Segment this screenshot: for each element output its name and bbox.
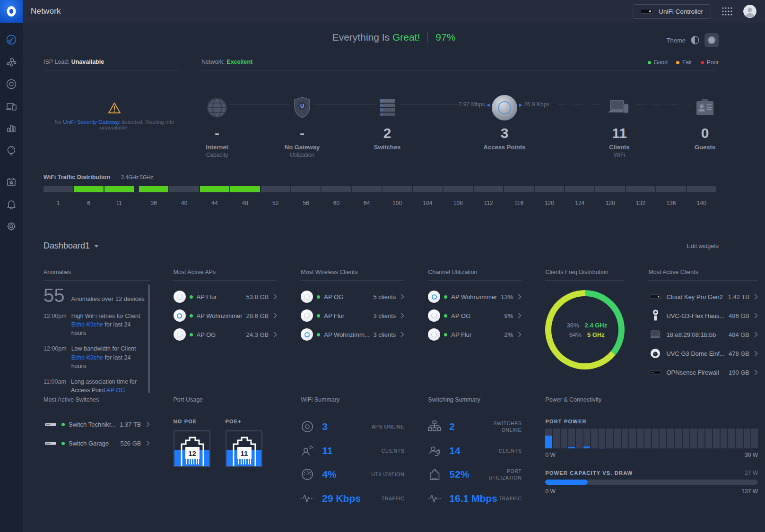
ap-row[interactable]: AP Flur 53.8 GB	[174, 287, 278, 306]
client-row[interactable]: OPNsense Firewall 190 GB	[648, 363, 758, 382]
channel-segment	[535, 186, 564, 192]
controller-button[interactable]: UniFi Controller	[633, 4, 711, 19]
wireless-client-icon	[301, 444, 314, 457]
node-internet[interactable]: - Internet Capacity	[182, 94, 252, 158]
channel-segment	[322, 186, 351, 192]
node-access-points[interactable]: 3 Access Points	[469, 94, 540, 151]
wifi-traffic-title: WiFi Traffic Distribution	[43, 174, 110, 180]
switch-row[interactable]: Switch Technikr... 1.37 TB	[43, 415, 150, 434]
ap-row[interactable]: AP OG 5 clients	[301, 287, 404, 306]
summary-row: 16.1 Mbps TRAFFIC	[428, 487, 522, 511]
theme-dark-toggle[interactable]	[704, 33, 719, 47]
channel-label: 11	[104, 200, 134, 206]
channel-label: 56	[291, 200, 321, 206]
node-guests[interactable]: 0 Guests	[669, 94, 740, 151]
port-power-bar	[705, 429, 712, 448]
client-link[interactable]: Echo Küche	[71, 354, 103, 361]
channel-104: 104	[413, 186, 442, 206]
health-status: Everything Is Great! 97%	[23, 32, 765, 43]
port-power-bar	[606, 429, 613, 448]
online-dot	[190, 333, 193, 336]
port-usage-poe: POE+ 11	[226, 419, 262, 467]
ap-row[interactable]: AP Flur 3 clients	[301, 306, 404, 325]
apps-grid-icon[interactable]	[721, 6, 734, 17]
client-row[interactable]: Cloud Key Pro Gen2 1.42 TB	[648, 287, 758, 306]
switch-row[interactable]: Switch Garage 526 GB	[43, 434, 150, 453]
freq-24-line: 36% 2.4 GHz	[563, 322, 608, 329]
channel-label: 1	[43, 200, 73, 206]
client-row[interactable]: UVC G3 Dome Einf... 478 GB	[648, 344, 758, 363]
client-row[interactable]: UVC-G3-Flex Haus... 486 GB	[648, 306, 758, 325]
sidebar-item-events[interactable]	[0, 171, 23, 193]
unifi-logo[interactable]	[0, 0, 23, 23]
port-power-bar	[660, 429, 666, 448]
switch-icon	[44, 441, 57, 446]
sidebar-item-devices[interactable]	[0, 73, 23, 95]
sidebar-item-alerts[interactable]	[0, 193, 23, 215]
channel-36: 36	[139, 186, 168, 206]
port-power-bar	[744, 429, 750, 448]
theme-light-toggle[interactable]	[690, 35, 700, 45]
node-gateway[interactable]: U - No Gateway Utilization	[267, 94, 338, 158]
sidebar-item-dashboard[interactable]	[0, 28, 23, 51]
summary-row: 14 CLIENTS	[428, 439, 522, 463]
channel-label: 100	[382, 200, 412, 206]
online-dot	[61, 442, 65, 445]
ap-row[interactable]: AP Wohnzimm... 3 clients	[301, 325, 404, 344]
sidebar-item-topology[interactable]	[0, 51, 23, 73]
client-row[interactable]: 18:e8:29:08:1b:bb 484 GB	[648, 325, 758, 344]
wired-client-icon	[428, 444, 441, 457]
port-power-bar	[545, 429, 552, 448]
node-switches[interactable]: 2 Switches	[352, 94, 423, 151]
ap-row[interactable]: AP Wohnzimmer 13%	[428, 287, 522, 306]
node-clients[interactable]: 11 Clients WiFi	[584, 94, 655, 158]
anomalies-scrollbar[interactable]	[148, 284, 150, 393]
channel-segment	[504, 186, 533, 192]
ethernet-port-small-icon	[428, 468, 441, 481]
sidebar-item-clients[interactable]	[0, 95, 23, 117]
freq-distribution-title: Clients Freq Distribution	[545, 269, 625, 281]
dashboard-selector[interactable]: Dashboard1	[43, 241, 99, 251]
network-status-label: Network:	[201, 59, 225, 65]
channel-segment	[261, 186, 290, 192]
channel-112: 112	[474, 186, 503, 206]
channel-label: 132	[626, 200, 655, 206]
port-power-bar	[561, 429, 567, 448]
ap-row[interactable]: AP Wohnzimmer 28.6 GB	[174, 306, 278, 325]
camera-flex-icon	[652, 309, 659, 322]
sidebar-item-statistics[interactable]	[0, 117, 23, 139]
chevron-right-icon	[273, 332, 277, 337]
health-status-prefix: Everything Is	[332, 32, 390, 43]
edit-widgets-button[interactable]: Edit widgets	[687, 243, 719, 249]
ap-link[interactable]: AP OG	[106, 387, 125, 394]
ap-row[interactable]: AP OG 9%	[428, 306, 522, 325]
channel-11: 11	[104, 186, 134, 206]
widget-channel-utilization: Channel Utilization AP Wohnzimmer 13% AP…	[428, 269, 522, 385]
ap-row[interactable]: AP OG 24.3 GB	[174, 325, 278, 344]
internet-label: Internet	[182, 144, 252, 151]
port-usage-no-poe: NO POE 12	[174, 419, 210, 467]
ap-row[interactable]: AP Flur 2%	[428, 325, 522, 344]
svg-text:U: U	[300, 103, 304, 109]
sidebar-item-settings[interactable]	[0, 215, 23, 237]
online-dot	[444, 314, 447, 317]
ethernet-port-icon: 12	[174, 430, 210, 467]
usg-link[interactable]: UniFi Security Gateway	[63, 119, 120, 125]
channel-60: 60	[322, 186, 351, 206]
theme-control: Theme	[667, 33, 719, 47]
health-percentage: 97%	[435, 32, 455, 43]
warning-triangle-icon	[108, 102, 121, 114]
channel-segment	[43, 186, 73, 192]
chevron-right-icon	[754, 351, 758, 356]
traffic-pulse-icon	[428, 492, 441, 505]
ap-icon	[174, 328, 186, 341]
port-power-bar	[736, 429, 743, 448]
user-avatar[interactable]	[743, 5, 756, 18]
health-status-word: Great!	[392, 32, 420, 43]
laptop-icon	[649, 330, 661, 339]
isp-divider	[43, 70, 179, 70]
sidebar-item-insights[interactable]	[0, 139, 23, 162]
channel-label: 140	[687, 200, 716, 206]
port-power-bar	[622, 429, 628, 448]
client-link[interactable]: Echo Küche	[71, 321, 103, 328]
